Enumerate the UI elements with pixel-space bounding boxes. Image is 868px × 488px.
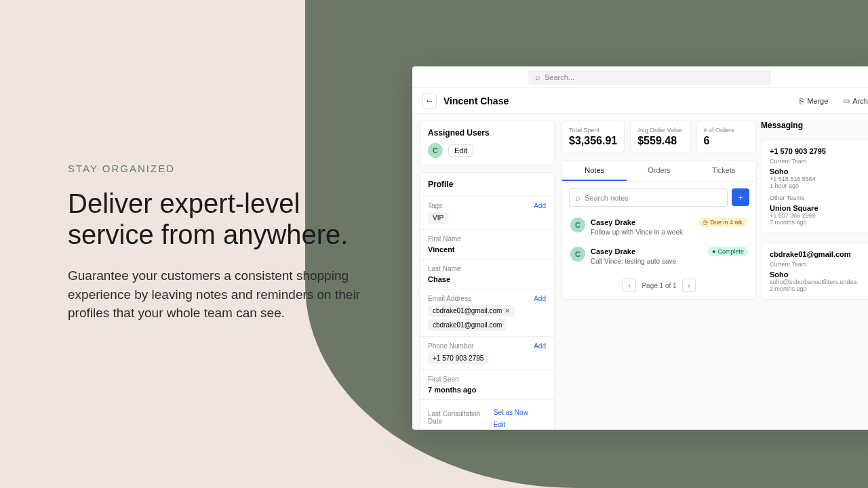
- merge-button[interactable]: Merge: [800, 97, 828, 105]
- avatar[interactable]: C: [428, 143, 443, 158]
- notes-search-input[interactable]: Search notes: [569, 188, 728, 207]
- last-consult-label: Last Consultation Date: [428, 410, 494, 425]
- phone-chip[interactable]: +1 570 903 2795: [428, 352, 488, 364]
- stat-total-spent: Total Spent $3,356.91: [561, 121, 625, 153]
- assigned-users-label: Assigned Users: [428, 128, 546, 138]
- email-chip[interactable]: cbdrake01@gmail.com ✕: [428, 305, 515, 317]
- search-placeholder: Search...: [545, 73, 574, 81]
- prev-page-button[interactable]: ‹: [623, 279, 636, 292]
- profile-title: Profile: [420, 173, 554, 196]
- first-seen-label: First Seen: [428, 375, 546, 383]
- headline: Deliver expert-level service from anywhe…: [68, 188, 380, 250]
- tab-notes[interactable]: Notes: [562, 161, 627, 181]
- search-icon: [575, 192, 580, 203]
- current-team-label: Current Team: [770, 158, 868, 165]
- avatar: C: [570, 247, 585, 262]
- body-copy: Guarantee your customers a consistent sh…: [68, 266, 380, 323]
- next-page-button[interactable]: ›: [682, 279, 696, 292]
- tag-chip[interactable]: VIP: [428, 212, 448, 224]
- team-name[interactable]: Soho: [770, 167, 868, 176]
- due-badge: ◷ Due in 4 wk.: [698, 218, 748, 227]
- first-seen-value: 7 months ago: [428, 386, 546, 394]
- search-input[interactable]: Search...: [528, 70, 771, 85]
- profile-card: Profile Tags Add VIP First Name Vincent …: [419, 172, 555, 430]
- stat-orders: # of Orders 6: [696, 121, 757, 153]
- customer-name: Vincent Chase: [443, 96, 509, 106]
- note-item[interactable]: C Casey Drake ● Complete Call Vince: tes…: [562, 243, 756, 272]
- add-email-link[interactable]: Add: [534, 295, 546, 302]
- phone-label: Phone Number: [428, 342, 473, 350]
- messaging-phone-card: +1 570 903 2795 Current Team Soho +1 518…: [761, 140, 868, 233]
- merge-icon: [800, 97, 804, 105]
- page-indicator: Page 1 of 1: [642, 282, 676, 289]
- current-team-label: Current Team: [770, 261, 868, 268]
- assigned-users-card: Assigned Users C Edit: [419, 121, 555, 165]
- edit-consult-link[interactable]: Edit: [494, 421, 505, 428]
- customer-header: Vincent Chase Merge Archive: [412, 88, 868, 114]
- note-text: Call Vince: testing auto save: [591, 258, 748, 265]
- last-name-value: Chase: [428, 275, 546, 283]
- add-note-button[interactable]: ＋: [732, 188, 749, 206]
- remove-email-icon[interactable]: ✕: [505, 307, 510, 314]
- first-name-value: Vincent: [428, 245, 546, 253]
- add-tag-link[interactable]: Add: [534, 202, 546, 209]
- tab-orders[interactable]: Orders: [627, 161, 691, 181]
- tags-label: Tags: [428, 202, 442, 209]
- marketing-copy: STAY ORGANIZED Deliver expert-level serv…: [68, 163, 380, 323]
- set-as-now-link[interactable]: Set as Now: [494, 409, 528, 416]
- tab-tickets[interactable]: Tickets: [692, 161, 756, 181]
- top-bar: Search...: [412, 66, 868, 88]
- notes-card: Notes Orders Tickets Search notes ＋ C C: [561, 160, 757, 300]
- note-author: Casey Drake: [591, 247, 635, 256]
- last-name-label: Last Name: [428, 265, 546, 272]
- first-name-label: First Name: [428, 235, 546, 243]
- note-text: Follow up with Vince in a week: [591, 228, 748, 236]
- eyebrow: STAY ORGANIZED: [68, 163, 380, 174]
- note-author: Casey Drake: [591, 218, 635, 226]
- messaging-title: Messaging: [761, 121, 868, 130]
- back-button[interactable]: [422, 94, 437, 108]
- archive-button[interactable]: Archive: [843, 96, 868, 105]
- complete-badge: ● Complete: [708, 247, 748, 256]
- team-name[interactable]: Soho: [770, 270, 868, 279]
- messaging-phone: +1 570 903 2795: [770, 147, 868, 155]
- edit-assigned-button[interactable]: Edit: [448, 144, 473, 157]
- other-teams-label: Other Teams: [770, 195, 868, 201]
- note-item[interactable]: C Casey Drake ◷ Due in 4 wk. Follow up w…: [562, 214, 756, 243]
- add-phone-link[interactable]: Add: [534, 342, 546, 350]
- app-window: Search... Vincent Chase Merge Archive As…: [412, 66, 868, 430]
- team-name[interactable]: Union Square: [770, 204, 868, 212]
- archive-icon: [843, 96, 850, 105]
- messaging-email: cbdrake01@gmail.com: [770, 250, 868, 258]
- stats-row: Total Spent $3,356.91 Avg Order Value $5…: [561, 121, 757, 153]
- search-icon: [535, 72, 540, 82]
- email-label: Email Address: [428, 295, 471, 302]
- pager: ‹ Page 1 of 1 ›: [562, 272, 756, 299]
- email-chip[interactable]: cbdrake01@gmail.com: [428, 319, 507, 331]
- avatar: C: [570, 218, 585, 232]
- messaging-email-card: cbdrake01@gmail.com Current Team Soho so…: [761, 243, 868, 300]
- stat-aov: Avg Order Value $559.48: [630, 121, 690, 153]
